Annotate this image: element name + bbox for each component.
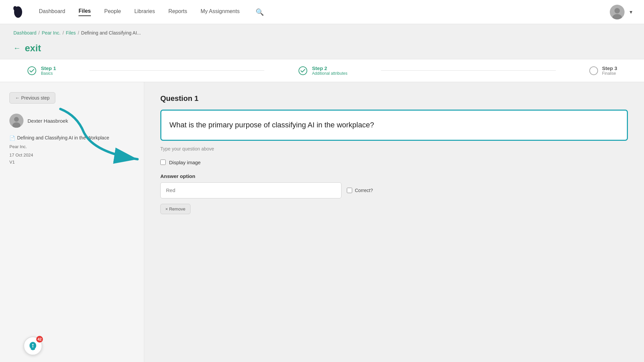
main-content: ← Previous step Dexter Haasbroek 📄 Defin… (0, 82, 644, 362)
step-1-name: Step 1 (41, 65, 56, 71)
step-1-icon (27, 66, 37, 76)
question-text: What is the primary purpose of classifyi… (169, 120, 619, 130)
header-right: ▼ (610, 5, 633, 19)
correct-checkbox[interactable] (347, 188, 352, 193)
search-icon[interactable]: 🔍 (256, 8, 264, 16)
file-org: Pear Inc. (9, 144, 135, 149)
step-3-name: Step 3 (602, 65, 617, 71)
question-hint: Type your question above (160, 146, 628, 152)
step-1-sub: Basics (41, 71, 56, 76)
breadcrumb-current: Defining and Classifying AI... (81, 30, 141, 36)
notification-badge: 42 (36, 336, 43, 343)
file-version: V1 (9, 160, 135, 165)
prev-step-button[interactable]: ← Previous step (9, 92, 55, 104)
nav-files[interactable]: Files (78, 8, 91, 16)
exit-bar: ← exit (0, 39, 644, 59)
breadcrumb: Dashboard / Pear Inc. / Files / Defining… (0, 24, 644, 39)
left-panel: ← Previous step Dexter Haasbroek 📄 Defin… (0, 82, 144, 362)
user-avatar (9, 114, 23, 128)
file-date: 17 Oct 2024 (9, 153, 135, 158)
svg-point-3 (614, 8, 620, 13)
back-arrow-icon[interactable]: ← (13, 44, 21, 53)
notification-bubble[interactable]: 42 (23, 337, 42, 355)
avatar[interactable] (610, 5, 625, 19)
display-image-row: Display image (160, 160, 628, 165)
step-2: Step 2 Additional attributes (271, 65, 374, 76)
answer-option-label: Answer option (160, 173, 628, 179)
step-1: Step 1 Basics (0, 65, 83, 76)
file-title-text: Defining and Classifying AI in the Workp… (17, 135, 109, 140)
header: Dashboard Files People Libraries Reports… (0, 0, 644, 24)
step-3-icon (589, 66, 598, 75)
nav-my-assignments[interactable]: My Assignments (201, 8, 239, 16)
nav-dashboard[interactable]: Dashboard (39, 8, 65, 16)
file-info: 📄 Defining and Classifying AI in the Wor… (9, 135, 135, 165)
step-2-icon (298, 66, 308, 76)
step-divider-2 (381, 70, 556, 71)
nav-people[interactable]: People (104, 8, 121, 16)
display-image-label[interactable]: Display image (169, 160, 201, 165)
question-title: Question 1 (160, 94, 628, 103)
user-row: Dexter Haasbroek (9, 114, 135, 128)
svg-point-11 (32, 344, 34, 345)
answer-input[interactable] (160, 182, 341, 198)
remove-button[interactable]: × Remove (160, 204, 191, 214)
step-2-name: Step 2 (312, 65, 347, 71)
app-logo[interactable] (11, 5, 25, 19)
right-panel: Question 1 What is the primary purpose o… (144, 82, 644, 362)
svg-point-5 (28, 67, 36, 75)
breadcrumb-org[interactable]: Pear Inc. (42, 30, 60, 36)
file-icon: 📄 (9, 135, 15, 141)
svg-rect-12 (33, 346, 33, 348)
user-menu-chevron[interactable]: ▼ (629, 9, 633, 15)
steps-bar: Step 1 Basics Step 2 Additional attribut… (0, 59, 644, 82)
breadcrumb-dashboard[interactable]: Dashboard (13, 30, 37, 36)
answer-row: Correct? (160, 182, 628, 198)
nav-libraries[interactable]: Libraries (135, 8, 155, 16)
svg-point-8 (14, 117, 19, 122)
correct-row: Correct? (347, 188, 373, 193)
step-3: Step 3 Finalise (562, 65, 644, 76)
exit-label[interactable]: exit (25, 43, 41, 54)
nav-reports[interactable]: Reports (168, 8, 187, 16)
correct-label[interactable]: Correct? (355, 188, 373, 193)
question-box[interactable]: What is the primary purpose of classifyi… (160, 110, 628, 141)
breadcrumb-files[interactable]: Files (66, 30, 76, 36)
user-name: Dexter Haasbroek (28, 118, 68, 124)
main-nav: Dashboard Files People Libraries Reports… (39, 8, 610, 16)
step-divider-1 (90, 70, 264, 71)
step-2-sub: Additional attributes (312, 71, 347, 76)
step-3-sub: Finalise (602, 71, 617, 76)
svg-point-6 (299, 67, 307, 75)
display-image-checkbox[interactable] (160, 160, 166, 165)
